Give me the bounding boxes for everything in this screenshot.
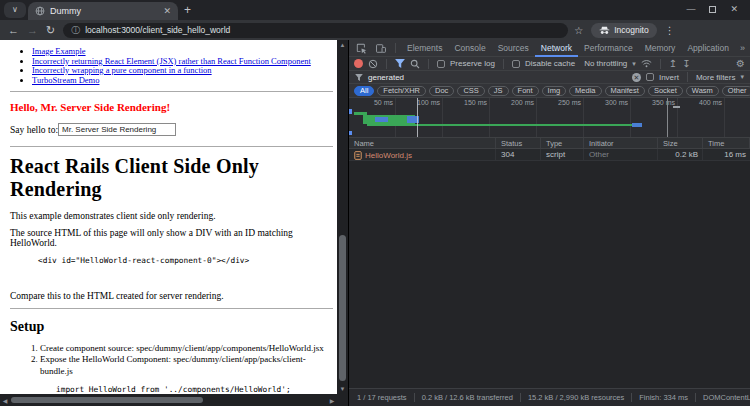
- type-filter-pill[interactable]: Other: [722, 86, 750, 96]
- divider: [395, 43, 396, 53]
- chevron-down-icon: ▾: [740, 73, 744, 81]
- network-request-row[interactable]: HelloWorld.js 304 script Other 0.2 kB 16…: [349, 149, 750, 161]
- divider: [10, 146, 333, 147]
- scroll-right-icon[interactable]: ▶: [327, 397, 337, 404]
- forward-button[interactable]: →: [27, 25, 38, 36]
- type-filter-pill[interactable]: Wasm: [686, 86, 719, 96]
- paragraph: The source HTML of this page will only s…: [10, 228, 333, 248]
- demo-link[interactable]: Image Example: [32, 46, 86, 56]
- type-filter-pill[interactable]: Socket: [648, 86, 683, 96]
- type-filter-pill[interactable]: Fetch/XHR: [377, 86, 426, 96]
- vertical-scroll-thumb[interactable]: [339, 235, 346, 381]
- scroll-up-icon[interactable]: ▲: [337, 42, 348, 48]
- column-header[interactable]: Size: [658, 138, 703, 148]
- setup-step: Create component source: spec/dummy/clie…: [40, 343, 333, 354]
- type-filter-pill[interactable]: CSS: [457, 86, 484, 96]
- timeline-tick-label: 200 ms: [490, 98, 537, 137]
- throttling-select[interactable]: No throttling: [584, 59, 627, 68]
- request-type: script: [541, 149, 584, 160]
- inspect-element-icon[interactable]: [353, 43, 370, 54]
- divider: [687, 72, 688, 82]
- status-segment: 15.2 kB / 2,990 kB resources: [520, 393, 631, 402]
- status-segment: DOMContentLoaded: 72 ms: [695, 393, 750, 402]
- more-tabs-icon[interactable]: »: [737, 43, 748, 53]
- domcontentloaded-marker: [417, 98, 418, 137]
- devtools-tab[interactable]: Network: [535, 40, 578, 57]
- network-timeline-overview[interactable]: 50 ms100 ms150 ms200 ms250 ms300 ms350 m…: [349, 98, 750, 138]
- column-header[interactable]: Status: [496, 138, 541, 148]
- filter-input[interactable]: generated ✕: [368, 73, 641, 82]
- demo-link[interactable]: TurboStream Demo: [32, 75, 99, 85]
- site-info-icon[interactable]: ⓘ: [71, 24, 80, 37]
- divider: [428, 59, 429, 69]
- page-title: React Rails Client Side Only Rendering: [10, 155, 333, 201]
- column-header[interactable]: Initiator: [584, 138, 658, 148]
- new-tab-button[interactable]: +: [184, 3, 191, 17]
- minimize-button[interactable]: —: [686, 4, 695, 14]
- hello-heading: Hello, Mr. Server Side Rendering!: [10, 101, 333, 113]
- reload-button[interactable]: ↻: [46, 25, 55, 36]
- address-bar[interactable]: ⓘ localhost:3000/client_side_hello_world: [63, 23, 568, 38]
- devtools-tab[interactable]: Performance: [578, 40, 639, 57]
- import-har-icon[interactable]: ↥: [669, 59, 677, 69]
- scroll-down-icon[interactable]: ▼: [337, 386, 348, 392]
- filter-toggle-icon[interactable]: [395, 59, 405, 68]
- type-filter-pill[interactable]: Img: [542, 86, 567, 96]
- tab-search-button[interactable]: ∨: [4, 2, 26, 18]
- type-filter-pill[interactable]: All: [354, 86, 374, 96]
- column-header[interactable]: Time: [703, 138, 750, 148]
- name-input[interactable]: [58, 123, 176, 136]
- tab-close-icon[interactable]: ✕: [163, 6, 171, 16]
- export-har-icon[interactable]: ↧: [682, 59, 690, 69]
- devtools-tab[interactable]: Elements: [401, 40, 448, 57]
- devtools-tab[interactable]: Console: [448, 40, 491, 57]
- more-filters-button[interactable]: More filters: [696, 73, 736, 82]
- clear-filter-icon[interactable]: ✕: [632, 73, 641, 82]
- disable-cache-checkbox[interactable]: [512, 60, 520, 68]
- back-button[interactable]: ←: [8, 25, 19, 36]
- request-type-filters: AllFetch/XHRDocCSSJSFontImgMediaManifest…: [349, 84, 750, 98]
- divider: [503, 59, 504, 69]
- network-settings-icon[interactable]: ⚙: [736, 59, 745, 69]
- demo-link[interactable]: Incorrectly wrapping a pure component in…: [32, 65, 212, 75]
- scroll-left-icon[interactable]: ◀: [0, 397, 10, 404]
- overview-handle[interactable]: [349, 109, 352, 114]
- bookmark-star-icon[interactable]: ☆: [574, 25, 583, 36]
- demo-link-list: Image ExampleIncorrectly returning React…: [10, 47, 333, 85]
- network-conditions-icon[interactable]: [641, 59, 652, 68]
- type-filter-pill[interactable]: Font: [512, 86, 539, 96]
- record-icon[interactable]: [354, 59, 363, 68]
- window-close-button[interactable]: ✕: [730, 4, 738, 14]
- overview-handle[interactable]: [349, 131, 352, 135]
- clear-icon[interactable]: [368, 59, 378, 69]
- say-hello-label: Say hello to:: [10, 125, 58, 135]
- vertical-scrollbar[interactable]: ▲ ▼: [337, 40, 348, 406]
- invert-checkbox[interactable]: [646, 73, 654, 81]
- chrome-menu-icon[interactable]: ⋮: [665, 25, 677, 36]
- type-filter-pill[interactable]: JS: [488, 86, 509, 96]
- preserve-log-checkbox[interactable]: [437, 60, 445, 68]
- browser-tab[interactable]: Dummy ✕: [28, 2, 178, 20]
- invert-label: Invert: [659, 73, 679, 82]
- waterfall-bar: [632, 123, 642, 127]
- timeline-tick-label: 250 ms: [537, 98, 584, 137]
- maximize-button[interactable]: [709, 6, 716, 13]
- demo-link[interactable]: Incorrectly returning React Element (JSX…: [32, 56, 311, 66]
- search-icon[interactable]: [410, 59, 420, 69]
- devtools-tab[interactable]: Application: [681, 40, 735, 57]
- network-status-bar: 1 / 17 requests0.2 kB / 12.6 kB transfer…: [349, 388, 750, 406]
- globe-favicon-icon: [35, 6, 45, 16]
- column-header[interactable]: Name: [349, 138, 496, 148]
- timeline-tick-label: 350 ms: [631, 98, 678, 137]
- horizontal-scrollbar[interactable]: ◀ ▶: [0, 394, 337, 406]
- devtools-tab[interactable]: Memory: [639, 40, 682, 57]
- type-filter-pill[interactable]: Media: [569, 86, 601, 96]
- device-toolbar-icon[interactable]: [372, 43, 390, 54]
- overview-drag-handle[interactable]: [673, 106, 680, 108]
- divider: [386, 59, 387, 69]
- type-filter-pill[interactable]: Doc: [429, 86, 454, 96]
- horizontal-scroll-thumb[interactable]: [11, 397, 203, 403]
- column-header[interactable]: Type: [541, 138, 584, 148]
- devtools-tab[interactable]: Sources: [492, 40, 535, 57]
- type-filter-pill[interactable]: Manifest: [605, 86, 645, 96]
